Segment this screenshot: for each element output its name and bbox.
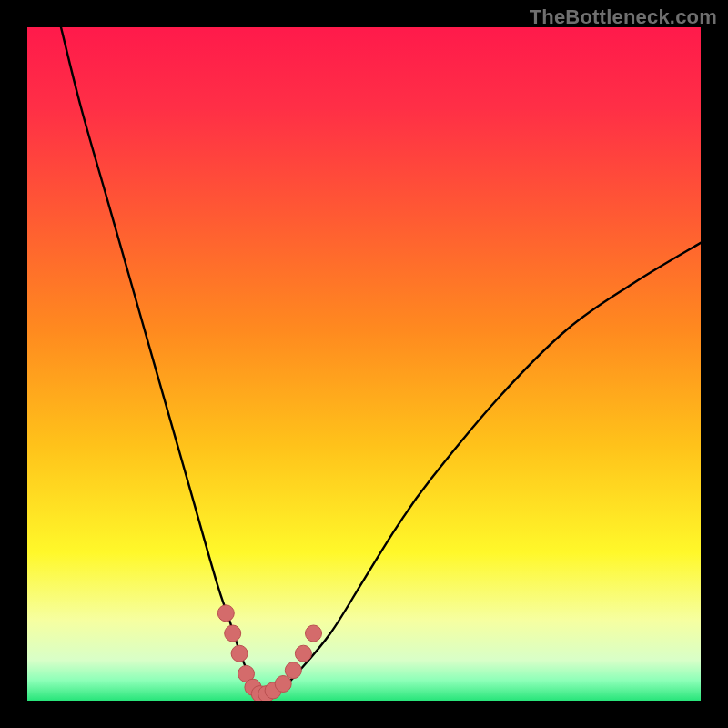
watermark-text: TheBottleneck.com	[530, 5, 717, 29]
marker-point	[295, 645, 311, 662]
marker-point	[306, 625, 322, 642]
chart-frame: TheBottleneck.com	[0, 0, 728, 728]
marker-point	[275, 676, 291, 693]
marker-point	[217, 605, 234, 622]
gradient-background	[27, 27, 701, 701]
marker-point	[225, 625, 241, 642]
marker-point	[285, 662, 301, 679]
bottleneck-chart	[27, 27, 701, 701]
plot-area	[27, 27, 701, 701]
marker-point	[231, 645, 248, 662]
